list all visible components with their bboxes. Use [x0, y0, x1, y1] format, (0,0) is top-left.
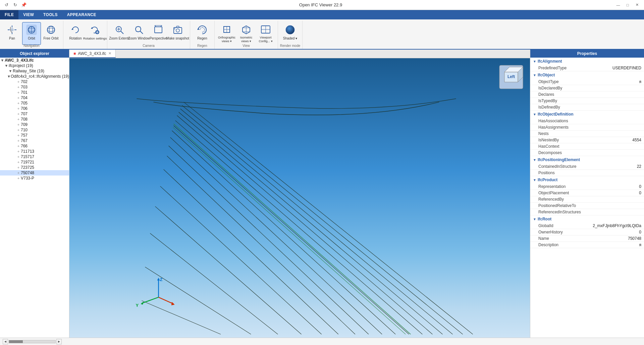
svg-line-14	[121, 31, 123, 34]
tree-label: Odifc4x3_rc4::IfcAlignments (19)	[11, 74, 69, 79]
prop-group-ifc-root[interactable]: ▼IfcRoot	[530, 215, 644, 223]
isometric-views-button[interactable]: Isometricviews ▾	[237, 22, 256, 45]
prop-row: ContainedInStructure22	[530, 163, 644, 170]
tree-toggle[interactable]: ▼	[8, 69, 13, 73]
tree-item[interactable]: +707	[0, 111, 69, 117]
tree-view[interactable]: ▼AWC_3_4X3.ifc▼ifcproject (19)▼Railway_S…	[0, 58, 69, 338]
perspective-button[interactable]: Perspective	[149, 22, 168, 45]
tree-item[interactable]: +750748	[0, 170, 69, 176]
close-button[interactable]: ✕	[633, 1, 641, 9]
menu-tools[interactable]: TOOLS	[39, 10, 62, 19]
tree-item[interactable]: +719721	[0, 159, 69, 165]
orbit-button[interactable]: Orbit	[22, 22, 41, 45]
tree-item[interactable]: +704	[0, 95, 69, 100]
orbit-label: Orbit	[28, 37, 35, 41]
tree-item[interactable]: +767	[0, 138, 69, 143]
scroll-bar[interactable]	[9, 340, 56, 343]
viewport[interactable]: Z Y	[69, 58, 530, 338]
zoom-extents-button[interactable]: Zoom Extents	[110, 22, 129, 45]
pin-button[interactable]: 📌	[20, 1, 28, 9]
viewport-config-button[interactable]: ViewportConfig... ▾	[256, 22, 275, 45]
tree-toggle[interactable]: ▼	[7, 74, 11, 78]
tree-toggle[interactable]: +	[16, 112, 21, 116]
tree-item[interactable]: +701	[0, 90, 69, 95]
tree-toggle[interactable]: +	[16, 176, 21, 180]
orthographic-views-button[interactable]: Orthographicviews ▾	[217, 22, 236, 45]
tree-item[interactable]: +706	[0, 106, 69, 111]
prop-group-ifc-object-definition[interactable]: ▼IfcObjectDefinition	[530, 111, 644, 118]
menubar: FILE VIEW TOOLS APPEARANCE	[0, 10, 644, 19]
tree-item[interactable]: +723725	[0, 165, 69, 170]
tree-item[interactable]: +710	[0, 127, 69, 133]
prop-group-ifc-alignment[interactable]: ▼IfcAlignment	[530, 58, 644, 65]
ortho-icon	[221, 24, 233, 35]
scroll-left-arrow[interactable]: ◄	[3, 339, 8, 344]
tree-toggle[interactable]: +	[16, 80, 21, 84]
tree-item[interactable]: +766	[0, 143, 69, 149]
menu-file[interactable]: FILE	[0, 10, 18, 19]
tree-toggle[interactable]: +	[16, 144, 21, 148]
regen-button[interactable]: Regen	[193, 22, 212, 45]
maximize-button[interactable]: □	[623, 1, 632, 9]
tree-item[interactable]: +705	[0, 100, 69, 106]
rail-scene: Z Y	[69, 58, 530, 338]
scroll-left[interactable]: ◄ ►	[3, 339, 62, 344]
prop-group-ifc-object[interactable]: ▼IfcObject	[530, 71, 644, 79]
view-cube[interactable]: Left	[498, 64, 525, 90]
tree-item[interactable]: ▼Odifc4x3_rc4::IfcAlignments (19)	[0, 74, 69, 79]
make-snapshot-button[interactable]: Make snapshot	[168, 22, 187, 45]
tree-item[interactable]: +702	[0, 79, 69, 84]
tree-label: 766	[21, 144, 28, 148]
rotation-settings-button[interactable]: Rotation settings	[86, 22, 104, 45]
rotation-settings-label: Rotation settings	[83, 37, 107, 40]
tree-toggle[interactable]: +	[16, 107, 21, 111]
tree-toggle[interactable]: +	[16, 171, 21, 175]
tree-toggle[interactable]: +	[16, 128, 21, 132]
tree-item[interactable]: ▼Railway_Site (19)	[0, 68, 69, 74]
tree-root[interactable]: ▼AWC_3_4X3.ifc	[0, 58, 69, 63]
tree-item[interactable]: +715717	[0, 154, 69, 159]
tree-item[interactable]: +711713	[0, 149, 69, 154]
undo-button[interactable]: ↺	[3, 1, 10, 9]
tree-item[interactable]: +V733-P	[0, 176, 69, 181]
scroll-right-arrow[interactable]: ►	[56, 339, 62, 344]
rotation-button[interactable]: Rotation	[66, 22, 85, 45]
tree-item[interactable]: +703	[0, 84, 69, 90]
tree-toggle[interactable]: +	[16, 160, 21, 164]
zoom-window-button[interactable]: Zoom Window	[129, 22, 148, 45]
minimize-button[interactable]: —	[614, 1, 623, 9]
root-toggle[interactable]: ▼	[0, 58, 5, 62]
prop-row: ObjectTypeя	[530, 79, 644, 85]
tree-toggle[interactable]: +	[16, 90, 21, 94]
pan-button[interactable]: Pan	[3, 22, 21, 45]
tree-toggle[interactable]: +	[16, 117, 21, 121]
tree-toggle[interactable]: +	[16, 149, 21, 153]
free-orbit-button[interactable]: Free Orbit	[42, 22, 60, 45]
active-tab[interactable]: ■ AWC_3_4X3.ifc ✕	[69, 50, 116, 58]
shaded-button[interactable]: Shaded ▾	[281, 22, 300, 45]
tree-toggle[interactable]: +	[16, 85, 21, 89]
prop-row: IsNestedBy4554	[530, 137, 644, 143]
prop-group-ifc-product[interactable]: ▼IfcProduct	[530, 176, 644, 184]
tree-toggle[interactable]: ▼	[4, 64, 9, 68]
prop-name: Positions	[538, 170, 641, 175]
tree-toggle[interactable]: +	[16, 165, 21, 169]
prop-name: IsTypedBy	[538, 98, 641, 103]
tree-toggle[interactable]: +	[16, 123, 21, 127]
tree-item[interactable]: +709	[0, 122, 69, 127]
tree-item[interactable]: +757	[0, 133, 69, 138]
tree-label: 719721	[21, 160, 34, 164]
prop-group-ifc-positioning-element[interactable]: ▼IfcPositioningElement	[530, 156, 644, 163]
redo-button[interactable]: ↻	[11, 1, 19, 9]
tree-item[interactable]: ▼ifcproject (19)	[0, 63, 69, 68]
tab-close-button[interactable]: ✕	[108, 51, 111, 56]
tree-toggle[interactable]: +	[16, 155, 21, 159]
perspective-label: Perspective	[150, 37, 167, 41]
menu-view[interactable]: VIEW	[18, 10, 39, 19]
tree-toggle[interactable]: +	[16, 139, 21, 143]
tree-toggle[interactable]: +	[16, 101, 21, 105]
menu-appearance[interactable]: APPEARANCE	[62, 10, 101, 19]
tree-toggle[interactable]: +	[16, 133, 21, 137]
tree-toggle[interactable]: +	[16, 96, 21, 100]
tree-item[interactable]: +708	[0, 117, 69, 122]
